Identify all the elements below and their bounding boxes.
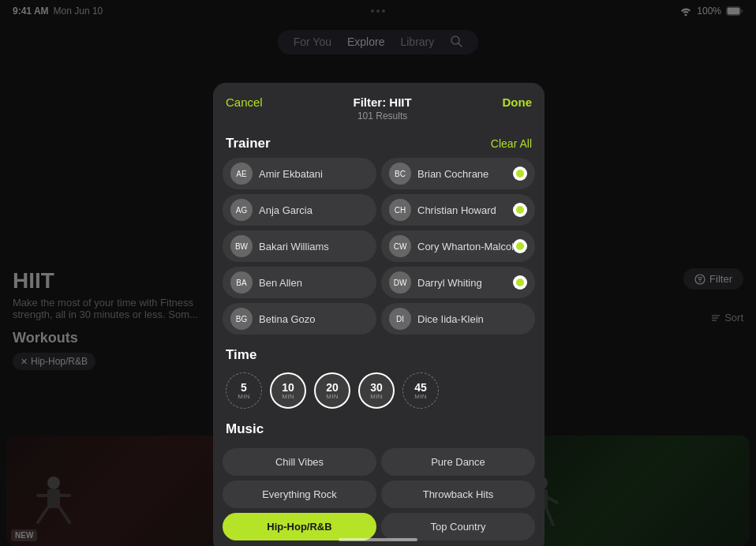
selection-dot xyxy=(513,275,527,290)
trainer-row[interactable]: BW Bakari Williams xyxy=(223,230,376,262)
music-option-button[interactable]: Chill Vibes xyxy=(223,448,376,476)
trainer-section-title: Trainer xyxy=(226,136,271,151)
music-section-header: Music xyxy=(213,415,545,443)
trainer-name: Darryl Whiting xyxy=(417,277,482,289)
trainer-name: Amir Ekbatani xyxy=(259,168,323,180)
time-circle[interactable]: 20 MIN xyxy=(314,372,350,409)
trainers-right-column: BC Brian Cochrane CH Christian Howard CW… xyxy=(381,158,535,335)
time-section-header: Time xyxy=(213,341,545,369)
time-value: 5 xyxy=(241,382,247,393)
time-unit: MIN xyxy=(282,393,294,400)
time-unit: MIN xyxy=(414,393,427,400)
selection-dot xyxy=(513,239,527,253)
trainer-name: Christian Howard xyxy=(417,204,496,216)
trainer-avatar: CW xyxy=(389,235,411,257)
cancel-button[interactable]: Cancel xyxy=(226,95,263,109)
modal-subtitle: 101 Results xyxy=(354,110,412,122)
done-button[interactable]: Done xyxy=(503,95,533,109)
music-option-button[interactable]: Throwback Hits xyxy=(381,481,535,508)
trainer-name: Brian Cochrane xyxy=(417,168,488,180)
trainer-avatar: DI xyxy=(389,308,411,330)
modal-title: Filter: HIIT xyxy=(354,95,412,109)
time-unit: MIN xyxy=(326,393,339,400)
time-value: 20 xyxy=(326,382,339,393)
music-option-button[interactable]: Everything Rock xyxy=(223,481,376,508)
trainer-row[interactable]: CW Cory Wharton-Malcolm xyxy=(381,230,535,262)
selection-dot xyxy=(513,166,527,181)
trainer-avatar: DW xyxy=(389,271,411,294)
music-option-button[interactable]: Pure Dance xyxy=(381,448,535,476)
modal-header: Cancel Filter: HIIT 101 Results Done xyxy=(213,83,545,129)
trainer-row[interactable]: BG Betina Gozo xyxy=(223,303,376,335)
time-circle[interactable]: 5 MIN xyxy=(226,372,262,409)
clear-all-button[interactable]: Clear All xyxy=(491,137,532,150)
time-circle[interactable]: 30 MIN xyxy=(358,372,395,409)
music-option-button[interactable]: Top Country xyxy=(381,513,535,540)
trainer-row[interactable]: DI Dice Iida-Klein xyxy=(381,303,535,335)
home-indicator xyxy=(339,538,417,541)
trainer-row[interactable]: BC Brian Cochrane xyxy=(381,158,535,189)
trainer-name: Cory Wharton-Malcolm xyxy=(417,241,522,252)
trainer-row[interactable]: AG Anja Garcia xyxy=(223,194,376,226)
time-value: 30 xyxy=(370,382,383,393)
trainer-avatar: AG xyxy=(230,199,253,221)
trainer-avatar: CH xyxy=(389,199,411,221)
trainer-row[interactable]: CH Christian Howard xyxy=(381,194,535,226)
music-option-button[interactable]: Hip-Hop/R&B xyxy=(223,513,376,540)
trainer-name: Bakari Williams xyxy=(259,241,329,252)
trainer-avatar: AE xyxy=(230,163,253,185)
trainer-avatar: BA xyxy=(230,271,253,294)
trainer-row[interactable]: BA Ben Allen xyxy=(223,267,376,298)
trainer-name: Betina Gozo xyxy=(259,313,316,325)
trainer-avatar: BW xyxy=(230,235,253,257)
selection-dot xyxy=(513,203,527,217)
time-circles: 5 MIN 10 MIN 20 MIN 30 MIN 45 MIN xyxy=(213,369,545,415)
trainer-avatar: BC xyxy=(389,163,411,185)
trainer-name: Dice Iida-Klein xyxy=(417,313,484,325)
trainers-left-column: AE Amir Ekbatani AG Anja Garcia BW Bakar… xyxy=(223,158,376,335)
trainer-grid: AE Amir Ekbatani AG Anja Garcia BW Bakar… xyxy=(213,158,545,335)
music-grid: Chill VibesPure DanceEverything RockThro… xyxy=(213,448,545,540)
trainer-name: Anja Garcia xyxy=(259,204,313,216)
trainer-row[interactable]: DW Darryl Whiting xyxy=(381,267,535,298)
time-value: 10 xyxy=(282,382,294,393)
time-unit: MIN xyxy=(238,393,250,400)
modal-title-block: Filter: HIIT 101 Results xyxy=(354,95,412,122)
trainer-row[interactable]: AE Amir Ekbatani xyxy=(223,158,376,189)
music-section-title: Music xyxy=(226,421,264,437)
time-unit: MIN xyxy=(370,393,383,400)
filter-modal: Cancel Filter: HIIT 101 Results Done Tra… xyxy=(213,83,545,546)
time-circle[interactable]: 45 MIN xyxy=(402,372,439,409)
trainer-section-header: Trainer Clear All xyxy=(213,129,545,158)
time-value: 45 xyxy=(414,382,427,393)
trainer-avatar: BG xyxy=(230,308,253,330)
time-circle[interactable]: 10 MIN xyxy=(270,372,306,409)
time-section-title: Time xyxy=(226,347,256,363)
trainer-name: Ben Allen xyxy=(259,277,302,289)
